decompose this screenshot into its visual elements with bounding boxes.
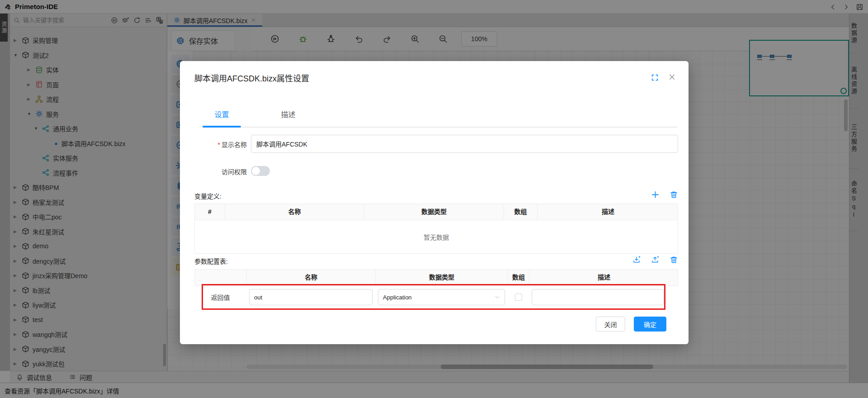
dialog-tabs: 设置描述	[203, 109, 307, 119]
empty-table-text: 暂无数据	[194, 220, 678, 254]
application-window: Primeton-IDE 资源 ▶采购管理▼测试2▶实体▶页面▶流程▼服务▼通用…	[0, 0, 868, 398]
param-name-input[interactable]	[249, 289, 373, 305]
trash-icon[interactable]	[670, 190, 678, 199]
params-section-label: 参数配置表:	[194, 256, 228, 265]
close-icon[interactable]	[668, 73, 676, 81]
display-name-input[interactable]	[251, 135, 678, 153]
properties-dialog: 脚本调用AFCSDK.bizx属性设置 设置描述 *显示名称 访问权限 变量定义…	[180, 61, 689, 344]
params-table: 名称 数据类型 数组 描述 返回值 Application	[194, 269, 678, 308]
tabs-divider	[203, 127, 677, 128]
col-name: 名称	[247, 270, 376, 285]
col-index: #	[195, 204, 225, 220]
fullscreen-icon[interactable]	[651, 74, 659, 81]
access-row: 访问权限	[180, 162, 689, 180]
param-desc-input[interactable]	[532, 289, 664, 305]
close-button[interactable]: 关闭	[596, 317, 625, 332]
import-icon[interactable]	[632, 256, 641, 264]
col-desc: 描述	[538, 204, 679, 220]
variables-table: # 名称 数据类型 数组 描述 暂无数据	[194, 204, 678, 254]
access-label: 访问权限	[180, 167, 247, 176]
col-desc: 描述	[529, 270, 679, 285]
param-array-checkbox[interactable]	[515, 294, 522, 301]
plus-icon[interactable]	[651, 190, 660, 199]
dialog-tab-描述[interactable]: 描述	[269, 109, 307, 119]
display-name-row: *显示名称	[180, 135, 689, 153]
ok-button[interactable]: 确定	[634, 317, 666, 332]
col-array: 数组	[504, 204, 538, 220]
variables-section-label: 变量定义:	[194, 191, 222, 200]
required-star: *	[218, 141, 220, 148]
trash-icon[interactable]	[670, 256, 678, 264]
col-name: 名称	[225, 204, 364, 220]
param-row-return-value: 返回值 Application	[194, 286, 678, 308]
active-tab-indicator	[203, 126, 241, 128]
col-rowlabel	[195, 270, 247, 285]
col-type: 数据类型	[364, 204, 504, 220]
chevron-down-icon	[495, 294, 500, 300]
params-actions	[632, 256, 678, 264]
col-array: 数组	[508, 270, 529, 285]
param-row-label: 返回值	[194, 286, 246, 308]
param-type-select[interactable]: Application	[378, 289, 505, 305]
param-type-value: Application	[383, 294, 412, 301]
dialog-title: 脚本调用AFCSDK.bizx属性设置	[194, 72, 309, 84]
variables-actions	[651, 190, 678, 199]
variables-table-header: # 名称 数据类型 数组 描述	[194, 204, 678, 220]
access-toggle[interactable]	[251, 166, 270, 176]
display-name-label: *显示名称	[180, 140, 247, 149]
dialog-tab-设置[interactable]: 设置	[203, 109, 241, 119]
params-table-header: 名称 数据类型 数组 描述	[194, 269, 678, 286]
export-icon[interactable]	[651, 256, 660, 264]
col-type: 数据类型	[376, 270, 508, 285]
